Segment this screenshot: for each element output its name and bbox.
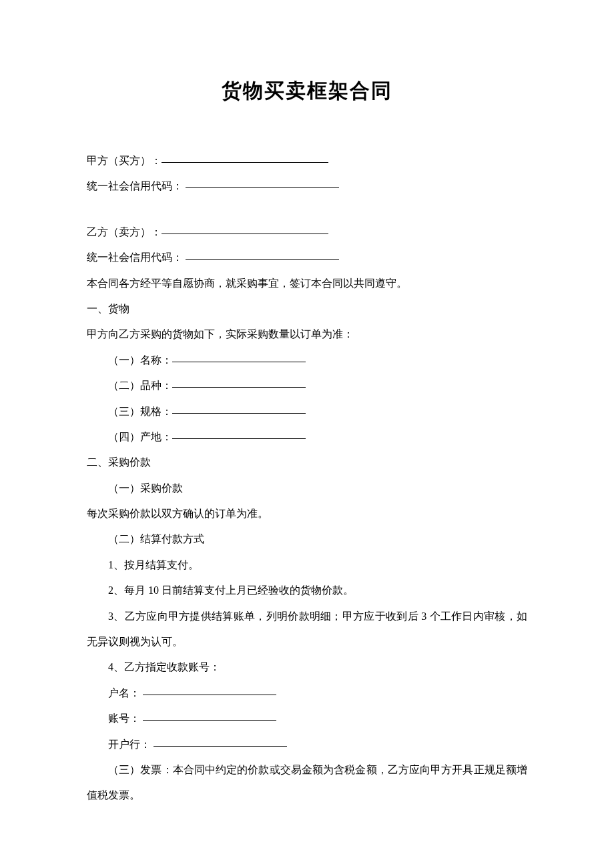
goods-origin: （四）产地： — [87, 424, 527, 450]
goods-origin-label: （四）产地： — [108, 431, 172, 442]
document-title: 货物买卖框架合同 — [87, 67, 527, 115]
goods-type-blank — [172, 387, 306, 388]
goods-name-label: （一）名称： — [108, 354, 172, 366]
party-a-blank — [162, 162, 328, 163]
section1-heading: 一、货物 — [87, 296, 527, 322]
account-bank-blank — [154, 746, 287, 747]
goods-spec-label: （三）规格： — [108, 406, 172, 417]
party-a-credit-blank — [186, 187, 339, 188]
section2-sub1: （一）采购价款 — [87, 476, 527, 501]
section2-p2: 2、每月 10 日前结算支付上月已经验收的货物价款。 — [87, 578, 527, 603]
party-b-credit: 统一社会信用代码： — [87, 245, 527, 270]
goods-origin-blank — [172, 438, 306, 439]
section2-heading: 二、采购价款 — [87, 450, 527, 475]
section2-p1: 1、按月结算支付。 — [87, 552, 527, 578]
account-bank-label: 开户行： — [108, 739, 151, 750]
account-bank: 开户行： — [87, 732, 527, 757]
party-a-credit-text: 统一社会信用代码： — [87, 180, 183, 191]
party-a-label: 甲方（买方）： — [87, 148, 527, 173]
party-a-text: 甲方（买方）： — [87, 155, 162, 166]
section2-p4: 4、乙方指定收款账号： — [87, 655, 527, 680]
account-no: 账号： — [87, 706, 527, 731]
goods-spec: （三）规格： — [87, 399, 527, 424]
party-b-blank — [162, 234, 328, 234]
party-b-text: 乙方（卖方）： — [87, 226, 162, 238]
party-b-credit-blank — [186, 259, 339, 260]
goods-name-blank — [172, 362, 306, 362]
section1-intro: 甲方向乙方采购的货物如下，实际采购数量以订单为准： — [87, 322, 527, 347]
goods-name: （一）名称： — [87, 348, 527, 373]
account-name-blank — [143, 695, 276, 695]
section2-sub2: （二）结算付款方式 — [87, 526, 527, 552]
party-b-label: 乙方（卖方）： — [87, 220, 527, 245]
account-no-label: 账号： — [108, 713, 140, 724]
section2-sub3: （三）发票：本合同中约定的价款或交易金额为含税金额，乙方应向甲方开具正规足额增值… — [87, 757, 527, 809]
account-no-blank — [143, 720, 276, 721]
preamble: 本合同各方经平等自愿协商，就采购事宜，签订本合同以共同遵守。 — [87, 271, 527, 296]
goods-spec-blank — [172, 413, 306, 414]
section2-sub1-text: 每次采购价款以双方确认的订单为准。 — [87, 501, 527, 526]
party-b-credit-text: 统一社会信用代码： — [87, 252, 183, 263]
party-a-credit: 统一社会信用代码： — [87, 173, 527, 199]
account-name: 户名： — [87, 681, 527, 706]
goods-type-label: （二）品种： — [108, 380, 172, 391]
section2-p3: 3、乙方应向甲方提供结算账单，列明价款明细；甲方应于收到后 3 个工作日内审核，… — [87, 604, 527, 655]
account-name-label: 户名： — [108, 687, 140, 699]
goods-type: （二）品种： — [87, 373, 527, 398]
